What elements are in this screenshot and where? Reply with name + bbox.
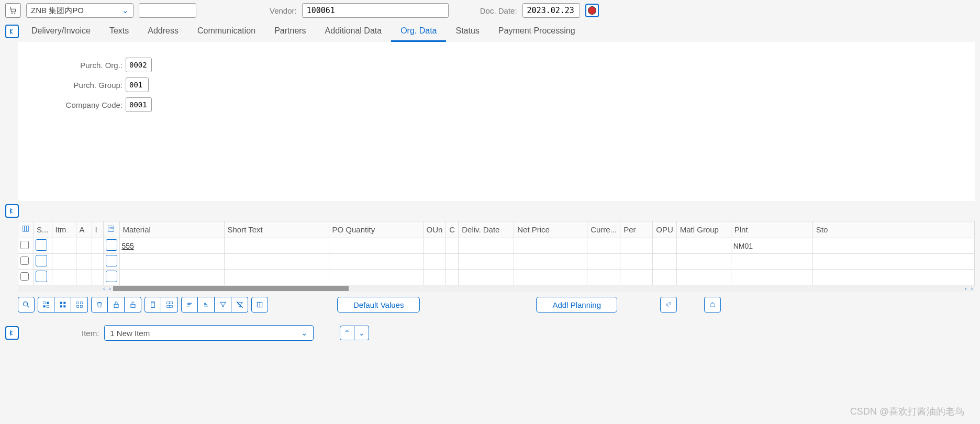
horizontal-scrollbar[interactable] bbox=[113, 286, 349, 291]
col-a[interactable]: A bbox=[76, 221, 92, 238]
tab-delivery-invoice[interactable]: Delivery/Invoice bbox=[22, 21, 100, 42]
settings-button[interactable] bbox=[704, 297, 721, 313]
collapse-items-button[interactable] bbox=[5, 204, 19, 218]
cart-icon bbox=[5, 3, 21, 18]
svg-point-39 bbox=[669, 302, 671, 304]
svg-rect-17 bbox=[63, 305, 65, 307]
tab-additional-data[interactable]: Additional Data bbox=[316, 21, 392, 42]
col-c[interactable]: C bbox=[446, 221, 459, 238]
tab-address[interactable]: Address bbox=[138, 21, 188, 42]
sort-asc-button[interactable] bbox=[181, 297, 198, 313]
col-short-text[interactable]: Short Text bbox=[224, 221, 329, 238]
svg-rect-14 bbox=[60, 302, 62, 304]
row-detail-icon[interactable] bbox=[106, 255, 117, 266]
svg-rect-20 bbox=[76, 305, 79, 307]
tab-status[interactable]: Status bbox=[446, 21, 488, 42]
status-indicator-button[interactable] bbox=[585, 4, 599, 17]
col-material[interactable]: Material bbox=[119, 221, 224, 238]
item-prev-button[interactable]: ⌃ bbox=[340, 326, 354, 340]
doc-date-label: Doc. Date: bbox=[480, 6, 517, 15]
scroll-right-end-icon[interactable]: › bbox=[969, 286, 975, 292]
select-block-button[interactable] bbox=[54, 297, 71, 313]
scroll-right-icon[interactable]: › bbox=[107, 286, 113, 292]
tab-texts[interactable]: Texts bbox=[100, 21, 138, 42]
col-i[interactable]: I bbox=[92, 221, 103, 238]
col-opu[interactable]: OPU bbox=[653, 221, 677, 238]
filter-button[interactable] bbox=[215, 297, 231, 313]
sort-desc-button[interactable] bbox=[198, 297, 215, 313]
col-oun[interactable]: OUn bbox=[423, 221, 446, 238]
purch-org-input[interactable] bbox=[126, 58, 152, 72]
tab-payment-processing[interactable]: Payment Processing bbox=[489, 21, 585, 42]
svg-rect-19 bbox=[80, 302, 82, 304]
svg-rect-4 bbox=[27, 226, 29, 232]
row-checkbox[interactable] bbox=[20, 256, 29, 265]
table-row[interactable] bbox=[18, 270, 975, 285]
col-config-icon[interactable] bbox=[18, 221, 34, 238]
conditions-button[interactable]: $ bbox=[660, 297, 677, 313]
layout-button[interactable] bbox=[251, 297, 268, 313]
col-sto[interactable]: Sto bbox=[812, 221, 974, 238]
row-status-icon[interactable] bbox=[36, 271, 47, 282]
row-detail-icon[interactable] bbox=[106, 271, 117, 282]
col-deliv-date[interactable]: Deliv. Date bbox=[459, 221, 514, 238]
col-itm[interactable]: Itm bbox=[52, 221, 76, 238]
row-checkbox[interactable] bbox=[20, 272, 29, 281]
deselect-all-button[interactable] bbox=[71, 297, 88, 313]
item-select[interactable]: 1 New Item ⌄ bbox=[104, 325, 314, 341]
addl-planning-button[interactable]: Addl Planning bbox=[536, 297, 617, 313]
tab-communication[interactable]: Communication bbox=[188, 21, 265, 42]
col-plnt[interactable]: Plnt bbox=[731, 221, 812, 238]
svg-point-0 bbox=[12, 13, 13, 14]
company-code-input[interactable] bbox=[126, 97, 152, 112]
duplicate-button[interactable] bbox=[161, 297, 178, 313]
svg-rect-24 bbox=[151, 303, 155, 308]
scroll-left-end-icon[interactable]: ‹ bbox=[963, 286, 968, 292]
svg-line-9 bbox=[27, 306, 29, 307]
row-checkbox[interactable] bbox=[20, 241, 29, 249]
collapse-header-button[interactable] bbox=[5, 25, 19, 38]
col-detail-icon[interactable] bbox=[103, 221, 119, 238]
svg-rect-27 bbox=[166, 305, 169, 307]
copy-button[interactable] bbox=[144, 297, 161, 313]
item-next-button[interactable]: ⌄ bbox=[354, 326, 369, 340]
watermark: CSDN @喜欢打酱油的老鸟 bbox=[850, 405, 964, 418]
svg-rect-3 bbox=[25, 226, 27, 232]
item-label: Item: bbox=[82, 329, 99, 338]
col-per[interactable]: Per bbox=[620, 221, 653, 238]
col-status[interactable]: S... bbox=[34, 221, 52, 238]
row-detail-icon[interactable] bbox=[106, 239, 117, 251]
filter-off-button[interactable] bbox=[231, 297, 248, 313]
purch-org-label: Purch. Org.: bbox=[18, 61, 122, 70]
default-values-button[interactable]: Default Values bbox=[337, 297, 420, 313]
scroll-left-icon[interactable]: ‹ bbox=[101, 286, 107, 292]
collapse-item-detail-button[interactable] bbox=[5, 326, 19, 340]
material-cell[interactable]: 555 bbox=[122, 242, 134, 250]
tab-org-data[interactable]: Org. Data bbox=[391, 21, 446, 42]
select-all-button[interactable] bbox=[38, 297, 54, 313]
row-status-icon[interactable] bbox=[36, 255, 47, 266]
vendor-input[interactable] bbox=[302, 3, 449, 18]
unlock-button[interactable] bbox=[125, 297, 141, 313]
po-type-select[interactable]: ZNB 集团内PO ⌄ bbox=[26, 3, 133, 18]
svg-rect-21 bbox=[80, 305, 82, 307]
col-po-quantity[interactable]: PO Quantity bbox=[329, 221, 423, 238]
col-matl-group[interactable]: Matl Group bbox=[676, 221, 731, 238]
svg-rect-10 bbox=[43, 302, 46, 304]
row-status-icon[interactable] bbox=[36, 239, 47, 251]
po-number-input[interactable] bbox=[139, 3, 196, 18]
plnt-cell[interactable]: NM01 bbox=[731, 238, 812, 254]
table-row[interactable] bbox=[18, 254, 975, 270]
po-type-value: ZNB 集团内PO bbox=[31, 6, 84, 16]
col-net-price[interactable]: Net Price bbox=[514, 221, 587, 238]
tab-partners[interactable]: Partners bbox=[265, 21, 315, 42]
svg-rect-11 bbox=[47, 302, 49, 304]
table-row[interactable]: 555 NM01 bbox=[18, 238, 975, 254]
purch-group-input[interactable] bbox=[126, 77, 149, 92]
col-currency[interactable]: Curre... bbox=[587, 221, 620, 238]
search-button[interactable] bbox=[18, 297, 35, 313]
lock-button[interactable] bbox=[108, 297, 125, 313]
doc-date-input[interactable] bbox=[522, 3, 580, 18]
chevron-down-icon: ⌄ bbox=[122, 6, 129, 15]
delete-button[interactable] bbox=[91, 297, 108, 313]
